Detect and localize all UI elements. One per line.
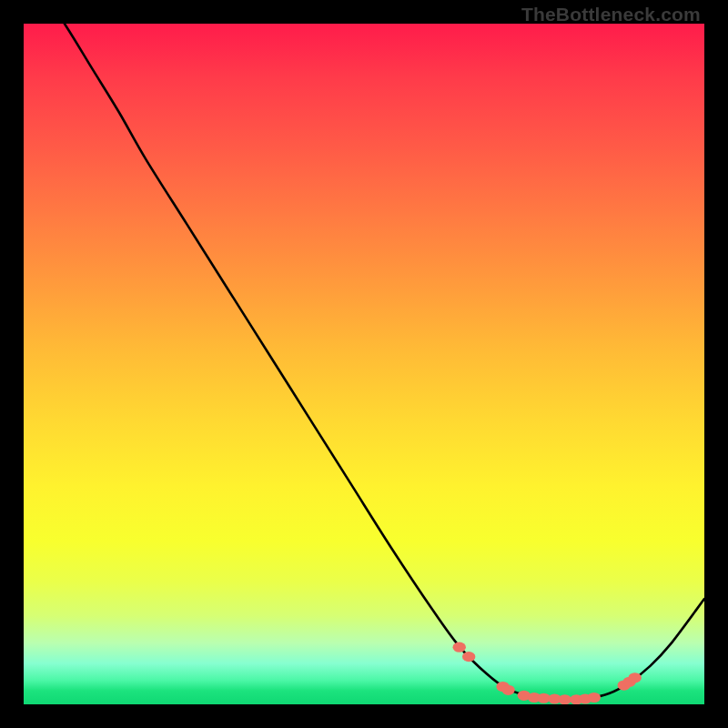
marker-dot — [501, 685, 514, 695]
chart-svg — [24, 24, 704, 704]
marker-dot — [588, 693, 601, 703]
marker-dot — [558, 694, 571, 704]
bottleneck-curve — [24, 24, 704, 700]
chart-stage: TheBottleneck.com — [0, 0, 728, 728]
marker-dot — [453, 642, 466, 652]
marker-group — [453, 642, 642, 704]
marker-dot — [629, 672, 642, 682]
marker-dot — [462, 652, 475, 662]
plot-area — [24, 24, 704, 704]
watermark-text: TheBottleneck.com — [521, 4, 701, 25]
